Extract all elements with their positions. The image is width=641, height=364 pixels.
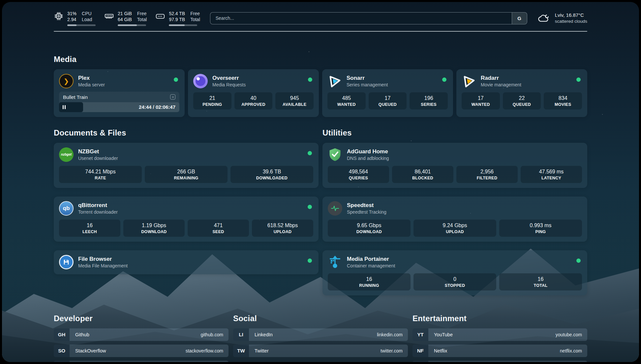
app-card-sonarr[interactable]: Sonarr Series management 485 WANTED 17 Q… — [322, 69, 453, 117]
stat-leech: 16 LEECH — [59, 220, 120, 237]
stat-download: 9.65 Gbps DOWNLOAD — [328, 220, 411, 237]
dashboard-window: 31% 2.94 CPU Load — [2, 2, 639, 362]
cpu-load-avg: 2.94 — [67, 16, 76, 22]
header-divider — [54, 31, 587, 32]
app-subtitle: Torrent downloader — [78, 209, 118, 215]
now-playing-title: Bullet Train — [63, 94, 88, 100]
app-name: AdGuard Home — [347, 148, 389, 155]
section-title-media: Media — [54, 55, 587, 64]
bookmark-url: netflix.com — [560, 348, 582, 353]
bookmark-name: Netflix — [434, 348, 447, 353]
stat-pending: 21 PENDING — [193, 92, 231, 109]
bookmark-reddit[interactable]: RE Reddit reddit.com — [412, 361, 587, 362]
ram-total: 64 GiB — [118, 16, 132, 22]
qbittorrent-icon: qb — [59, 201, 74, 216]
app-subtitle: Media Requests — [212, 82, 246, 88]
search-input[interactable] — [210, 13, 512, 24]
stat-queries: 498,564 QUERIES — [328, 166, 389, 183]
section-title-social: Social — [233, 314, 408, 323]
bookmark-name: StackOverflow — [75, 348, 106, 353]
app-card-plex[interactable]: ❯ Plex Media server Bullet Train — [54, 69, 185, 117]
app-card-adguard[interactable]: AdGuard Home DNS and adblocking 498,564 … — [322, 143, 587, 188]
playback-progress-bar[interactable]: 24:44 / 02:06:47 — [59, 102, 179, 112]
app-card-overseerr[interactable]: Overseerr Media Requests 21 PENDING 40 A… — [188, 69, 319, 117]
stat-latency: 47.569 ms LATENCY — [521, 166, 582, 183]
bookmark-dev[interactable]: DT DEV dev.to — [54, 361, 229, 362]
bookmark-url: twitter.com — [381, 348, 403, 353]
bookmark-url: youtube.com — [556, 332, 582, 337]
app-name: Overseerr — [212, 75, 246, 82]
bookmark-linkedin[interactable]: LI LinkedIn linkedin.com — [233, 328, 408, 341]
cpu-percent: 31% — [67, 11, 76, 16]
disk-usage-bar — [169, 24, 197, 26]
status-dot — [576, 258, 581, 263]
disk-icon — [155, 11, 165, 22]
bookmark-url: github.com — [201, 332, 223, 337]
app-card-nzbget[interactable]: nzbget NZBGet Usenet downloader 744.21 M… — [54, 143, 319, 188]
stat-download: 1.19 Gbps DOWNLOAD — [123, 220, 185, 237]
stat-seed: 471 SEED — [188, 220, 249, 237]
stat-running: 16 RUNNING — [328, 273, 411, 290]
bookmark-group-entertainment: Entertainment YT YouTube youtube.com NF … — [412, 314, 587, 362]
bookmark-abbr: DT — [54, 361, 70, 362]
app-card-radarr[interactable]: Radarr Movie management 17 WANTED 22 QUE… — [456, 69, 587, 117]
stat-upload: 618.52 Mbps UPLOAD — [252, 220, 313, 237]
stat-ping: 0.993 ms PING — [499, 220, 582, 237]
stat-wanted: 485 WANTED — [327, 92, 366, 109]
bookmark-name: Twitter — [255, 348, 269, 353]
bookmark-name: LinkedIn — [255, 332, 273, 337]
status-dot — [308, 258, 312, 263]
app-subtitle: Speedtest Tracking — [347, 209, 386, 215]
app-card-portainer[interactable]: Media Portainer Container management 16 … — [322, 250, 587, 295]
stat-filtered: 2,956 FILTERED — [456, 166, 518, 183]
status-dot — [308, 77, 312, 82]
app-subtitle: Movie management — [481, 82, 521, 88]
app-subtitle: DNS and adblocking — [347, 155, 389, 161]
bookmark-url: stackoverflow.com — [186, 348, 223, 353]
section-title-utilities: Utilities — [322, 128, 587, 137]
stat-downloaded: 39.6 TB DOWNLOADED — [230, 166, 313, 183]
stat-total: 16 TOTAL — [499, 273, 582, 290]
plex-now-playing: Bullet Train 24:44 / 02:06:47 — [59, 92, 179, 112]
cpu-usage-bar — [67, 24, 96, 26]
app-card-filebrowser[interactable]: File Browser Media File Management — [54, 250, 319, 274]
bookmark-github[interactable]: GH Github github.com — [54, 328, 229, 341]
app-name: File Browser — [78, 256, 128, 263]
app-card-qbittorrent[interactable]: qb qBittorrent Torrent downloader 16 LEE… — [54, 197, 319, 242]
section-title-documents: Documents & Files — [54, 128, 319, 137]
adguard-icon — [328, 147, 342, 162]
bookmark-abbr: LI — [233, 328, 249, 341]
bookmark-netflix[interactable]: NF Netflix netflix.com — [412, 345, 587, 357]
bookmark-stackoverflow[interactable]: SO StackOverflow stackoverflow.com — [54, 345, 229, 357]
pause-icon — [63, 105, 66, 109]
app-subtitle: Media File Management — [78, 263, 128, 269]
cpu-stat: 31% 2.94 CPU Load — [54, 11, 96, 26]
bookmark-abbr: YT — [412, 328, 428, 341]
search-engine-button[interactable]: G — [512, 13, 527, 24]
weather-condition: scattered clouds — [555, 18, 587, 24]
stat-available: 945 AVAILABLE — [275, 92, 314, 109]
stat-queued: 22 QUEUED — [503, 92, 541, 109]
bookmark-abbr: RE — [412, 361, 428, 362]
ram-usage-bar — [118, 24, 146, 26]
portainer-icon — [328, 255, 342, 269]
memory-stat: 21 GiB 64 GiB Free Total — [104, 11, 147, 26]
bookmark-youtube[interactable]: YT YouTube youtube.com — [412, 328, 587, 341]
status-dot — [308, 205, 312, 209]
stat-queued: 17 QUEUED — [369, 92, 407, 109]
bookmark-twitter[interactable]: TW Twitter twitter.com — [233, 345, 408, 357]
app-name: Media Portainer — [347, 256, 395, 263]
radarr-icon — [462, 74, 476, 88]
status-dot — [308, 151, 312, 155]
app-card-speedtest[interactable]: Speedtest Speedtest Tracking 9.65 Gbps D… — [322, 197, 587, 242]
app-subtitle: Container management — [347, 263, 395, 269]
bookmark-abbr: SO — [54, 345, 70, 357]
bookmark-group-developer: Developer GH Github github.com SO StackO… — [54, 314, 229, 362]
app-name: Radarr — [481, 75, 521, 82]
search-bar: G — [210, 12, 527, 24]
bookmark-group-social: Social LI LinkedIn linkedin.com TW Twitt… — [233, 314, 408, 362]
section-title-entertainment: Entertainment — [412, 314, 587, 323]
stat-approved: 40 APPROVED — [234, 92, 273, 109]
disk-free: 52.4 TB — [169, 11, 185, 16]
system-stats: 31% 2.94 CPU Load — [54, 11, 200, 26]
